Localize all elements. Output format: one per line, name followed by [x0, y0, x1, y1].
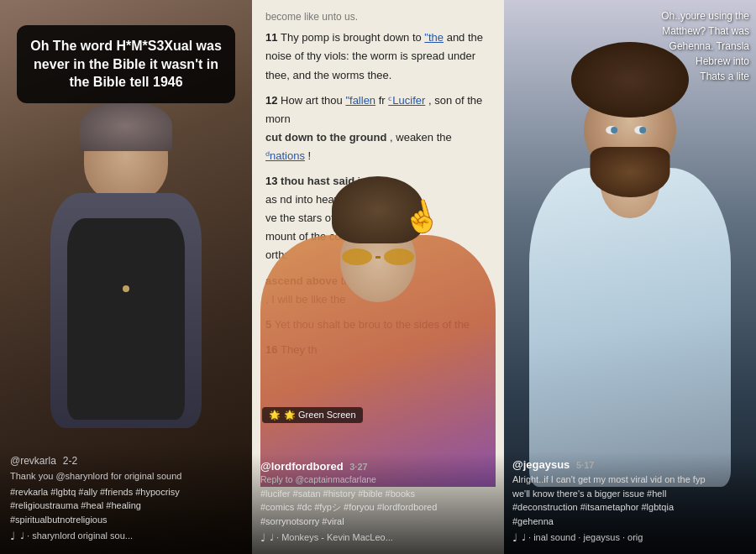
- green-screen-badge: 🌟 🌟 Green Screen: [262, 407, 363, 423]
- verse-11: 11 Thy pomp is brought down to "the and …: [265, 29, 491, 84]
- panel3-username: @jegaysus 5·17: [512, 458, 748, 471]
- panel2-music: ♩ ♩ · Monkeys - Kevin MacLeo...: [260, 531, 496, 544]
- tiktok-panel-3: Oh..youre using the Matthew? That was Ge…: [504, 0, 756, 554]
- panel1-bottom-info: @revkarla 2-2 Thank you @sharynlord for …: [0, 445, 252, 554]
- verse-intro: become like unto us.: [265, 8, 491, 25]
- tiktok-panel-2: become like unto us. 11 Thy pomp is brou…: [252, 0, 504, 554]
- green-screen-icon: 🌟: [269, 410, 281, 421]
- panel2-reply: Reply to @captainmacfarlane: [260, 474, 496, 484]
- music-note-icon: ♩: [10, 530, 15, 542]
- panel2-username: @lordfordbored 3·27: [260, 460, 496, 473]
- panel1-text-bubble: Oh The word H*M*S3Xual was never in the …: [17, 25, 235, 103]
- panel1-username: @revkarla 2-2: [10, 453, 242, 467]
- panel1-credit: Thank you @sharynlord for original sound: [10, 469, 242, 483]
- panel3-caption: Alright..if I can't get my most viral vi…: [512, 473, 748, 528]
- tiktok-panel-1: Oh The word H*M*S3Xual was never in the …: [0, 0, 252, 554]
- sunglasses: [340, 248, 416, 266]
- panel1-caption: #revkarla #lgbtq #ally #friends #hypocri…: [10, 485, 242, 527]
- panel2-caption: #lucifer #satan #history #bible #books #…: [260, 487, 496, 529]
- panel3-date: 5·17: [576, 460, 594, 470]
- panel2-person: ☝️: [252, 201, 504, 487]
- panel3-bottom-info: @jegaysus 5·17 Alright..if I can't get m…: [504, 452, 756, 554]
- panel1-music: ♩ ♩ · sharynlord original sou...: [10, 530, 242, 542]
- panel3-person: [521, 101, 739, 487]
- music-note-icon-2: ♩: [260, 531, 265, 544]
- panel1-date: 2-2: [63, 455, 77, 467]
- panel3-top-text: Oh..youre using the Matthew? That was Ge…: [661, 8, 749, 84]
- panel3-music: ♩ ♩ · inal sound · jegaysus · orig: [512, 531, 748, 544]
- panel1-bubble-text: Oh The word H*M*S3Xual was never in the …: [30, 39, 222, 89]
- panel2-date: 3·27: [349, 462, 367, 472]
- music-note-icon-3: ♩: [512, 531, 517, 544]
- panel2-bottom-info: @lordfordbored 3·27 Reply to @captainmac…: [252, 453, 504, 555]
- verse-12: 12 How art thou "fallen fr ᶜLucifer , so…: [265, 91, 491, 165]
